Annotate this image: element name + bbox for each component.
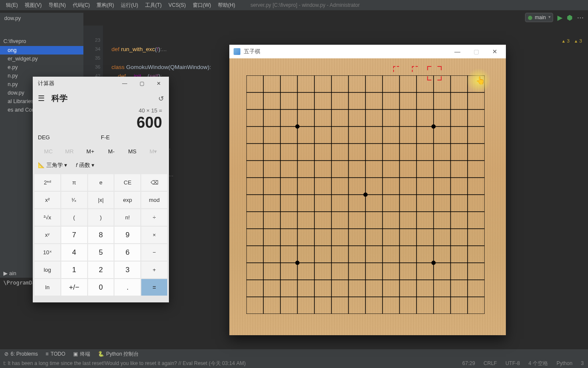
calc-key-9[interactable]: 9	[114, 227, 140, 243]
calc-key-¹⁄ₓ[interactable]: ¹⁄ₓ	[61, 192, 87, 208]
svg-point-31	[431, 124, 436, 129]
calc-key-3[interactable]: 3	[114, 262, 140, 278]
calc-key-n![interactable]: n!	[114, 209, 140, 226]
calc-key-x²[interactable]: x²	[34, 192, 60, 208]
menu-item[interactable]: 窗口(W)	[189, 1, 214, 10]
calc-key-⌫[interactable]: ⌫	[141, 174, 167, 191]
mc-button[interactable]: MC	[38, 148, 59, 155]
inspection-badges[interactable]: 33	[561, 38, 582, 43]
close-icon[interactable]: ✕	[150, 80, 167, 86]
svg-point-32	[363, 193, 368, 197]
calc-key-4[interactable]: 4	[61, 244, 87, 261]
calc-key-e[interactable]: e	[88, 174, 114, 191]
calc-key-7[interactable]: 7	[61, 227, 87, 243]
lang[interactable]: Python	[552, 360, 577, 366]
gomoku-board[interactable]	[229, 58, 506, 335]
mplus-button[interactable]: M+	[80, 148, 101, 155]
calc-key-([interactable]: (	[61, 209, 87, 226]
encoding[interactable]: UTF-8	[501, 360, 524, 366]
project-root[interactable]: C:\fivepro	[0, 37, 83, 46]
calc-key-π[interactable]: π	[61, 174, 87, 191]
calc-key-+/−[interactable]: +/−	[61, 279, 87, 296]
extra[interactable]: 3	[577, 360, 588, 366]
ide-menu-bar: 辑(E) 视图(V) 导航(N) 代码(C) 重构(R) 运行(U) 工具(T)…	[0, 0, 588, 10]
menu-item[interactable]: 运行(U)	[117, 1, 142, 10]
calc-key-÷[interactable]: ÷	[141, 209, 167, 226]
status-bar: t: It has been a long time since the las…	[0, 359, 588, 368]
svg-point-33	[295, 261, 300, 265]
menu-item[interactable]: 辑(E)	[3, 1, 21, 10]
mminus-button[interactable]: M-	[101, 148, 122, 155]
calc-key-−[interactable]: −	[141, 244, 167, 261]
todo-tab[interactable]: ≡ TODO	[46, 351, 65, 357]
calc-key-5[interactable]: 5	[88, 244, 114, 261]
mlist-button[interactable]: M▾	[143, 148, 164, 155]
calc-key-10ˣ[interactable]: 10ˣ	[34, 244, 60, 261]
calc-key-exp[interactable]: exp	[114, 192, 140, 208]
calc-key-2[interactable]: 2	[88, 262, 114, 278]
cursor-icon: 👆	[476, 76, 485, 85]
gomoku-titlebar[interactable]: 五子棋 — ▢ ✕	[229, 45, 506, 58]
maximize-icon[interactable]: ▢	[133, 80, 150, 86]
trig-dropdown[interactable]: 📐 三角学 ▾	[38, 161, 67, 169]
calc-expression: 40 × 15 =	[40, 107, 162, 114]
calc-key-2ⁿᵈ[interactable]: 2ⁿᵈ	[34, 174, 60, 191]
bottom-tool-tabs: ⊘ 6: Problems ≡ TODO ▣ 终端 🐍 Python 控制台	[0, 349, 588, 359]
mr-button[interactable]: MR	[59, 148, 80, 155]
calc-key-+[interactable]: +	[141, 262, 167, 278]
calc-key-0[interactable]: 0	[88, 279, 114, 296]
maximize-icon[interactable]: ▢	[467, 48, 485, 55]
tree-item[interactable]: ong	[0, 46, 83, 55]
python-console-tab[interactable]: 🐍 Python 控制台	[98, 351, 139, 358]
calc-key-log[interactable]: log	[34, 262, 60, 278]
project-tab-header[interactable]: dow.py	[0, 13, 83, 26]
calc-key-mod[interactable]: mod	[141, 192, 167, 208]
menu-item[interactable]: 视图(V)	[21, 1, 45, 10]
line-sep[interactable]: CRLF	[480, 360, 501, 366]
calc-key-=[interactable]: =	[141, 279, 167, 296]
tree-item[interactable]: e.py	[0, 63, 83, 72]
menu-item[interactable]: 重构(R)	[93, 1, 117, 10]
calc-key-ln[interactable]: ln	[34, 279, 60, 296]
status-message[interactable]: t: It has been a long time since the las…	[0, 360, 458, 367]
problems-tab[interactable]: ⊘ 6: Problems	[4, 351, 38, 357]
run-icon[interactable]: ▶	[557, 14, 562, 22]
indent[interactable]: 4 个空格	[524, 360, 552, 367]
cursor-pos[interactable]: 67:29	[458, 360, 480, 366]
menu-item[interactable]: 导航(N)	[45, 1, 69, 10]
minimize-icon[interactable]: —	[116, 80, 133, 86]
terminal-tab[interactable]: ▣ 终端	[73, 351, 90, 358]
debug-icon[interactable]: ⬢	[567, 14, 573, 22]
calc-key-8[interactable]: 8	[88, 227, 114, 243]
calc-keypad: 2ⁿᵈπeCE⌫x²¹⁄ₓ|x|expmod²√x()n!÷xʸ789×10ˣ4…	[33, 172, 169, 297]
gomoku-grid[interactable]	[246, 75, 485, 314]
minimize-icon[interactable]: —	[448, 48, 467, 55]
menu-item[interactable]: 工具(T)	[142, 1, 165, 10]
hamburger-icon[interactable]: ☰	[38, 94, 45, 103]
ms-button[interactable]: MS	[122, 148, 143, 155]
calc-key-xʸ[interactable]: xʸ	[34, 227, 60, 243]
memory-row: MC MR M+ M- MS M▾	[33, 145, 169, 158]
tree-item[interactable]: er_widget.py	[0, 55, 83, 63]
func-dropdown[interactable]: f 函数 ▾	[76, 161, 94, 169]
fe-toggle[interactable]: F-E	[101, 132, 164, 142]
calc-key-)[interactable]: )	[88, 209, 114, 226]
calc-key-×[interactable]: ×	[141, 227, 167, 243]
focus-indicator	[427, 66, 442, 80]
calc-key-6[interactable]: 6	[114, 244, 140, 261]
app-icon	[234, 48, 240, 55]
calc-key-CE[interactable]: CE	[114, 174, 140, 191]
calc-key-²√x[interactable]: ²√x	[34, 209, 60, 226]
deg-toggle[interactable]: DEG	[38, 132, 101, 142]
close-icon[interactable]: ✕	[485, 48, 504, 55]
calc-key-|x|[interactable]: |x|	[88, 192, 114, 208]
menu-item[interactable]: 代码(C)	[69, 1, 94, 10]
calc-key-1[interactable]: 1	[61, 262, 87, 278]
calc-key-.[interactable]: .	[114, 279, 140, 296]
menu-item[interactable]: 帮助(H)	[214, 1, 239, 10]
menu-item[interactable]: VCS(S)	[165, 1, 189, 9]
more-icon[interactable]: ⋯	[577, 14, 584, 22]
history-icon[interactable]: ↺	[158, 95, 164, 103]
run-config-select[interactable]: main	[525, 13, 553, 22]
calculator-titlebar[interactable]: 计算器 — ▢ ✕	[33, 77, 169, 90]
